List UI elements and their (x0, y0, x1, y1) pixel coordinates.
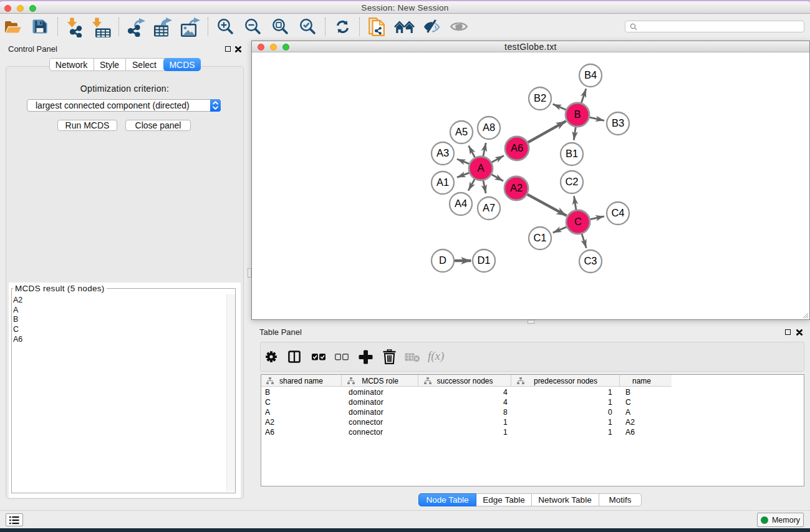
svg-text:B3: B3 (612, 117, 624, 128)
svg-text:A3: A3 (436, 147, 449, 158)
svg-text:C4: C4 (611, 207, 624, 218)
svg-text:B2: B2 (534, 92, 546, 104)
svg-text:D1: D1 (477, 254, 490, 266)
svg-text:B1: B1 (566, 148, 578, 159)
svg-text:C3: C3 (584, 255, 597, 266)
svg-text:A: A (477, 162, 484, 173)
svg-text:A7: A7 (483, 202, 495, 213)
svg-text:B4: B4 (584, 69, 597, 80)
svg-text:A5: A5 (455, 126, 468, 137)
svg-text:A1: A1 (436, 177, 449, 188)
svg-text:D: D (439, 254, 446, 266)
svg-text:A2: A2 (510, 182, 523, 193)
svg-text:C2: C2 (565, 176, 578, 187)
svg-text:A6: A6 (511, 142, 523, 153)
svg-text:A4: A4 (455, 198, 467, 209)
svg-text:C: C (574, 216, 582, 227)
svg-text:C1: C1 (533, 232, 546, 243)
svg-text:B: B (574, 109, 581, 120)
svg-text:A8: A8 (483, 122, 495, 133)
